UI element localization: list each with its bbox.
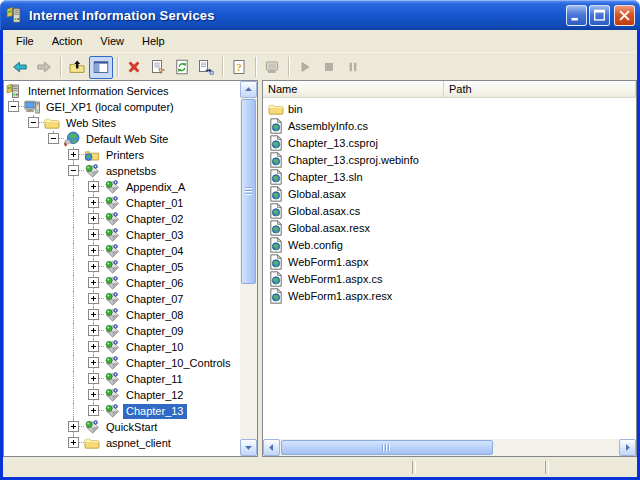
scroll-down-button[interactable]: [240, 439, 257, 456]
expand-icon[interactable]: [68, 149, 79, 160]
tree-indent: [48, 339, 68, 355]
tree-item-chapter-05[interactable]: Chapter_05: [4, 259, 240, 275]
expand-icon[interactable]: [88, 197, 99, 208]
tree-indent: [28, 323, 48, 339]
expand-icon[interactable]: [88, 325, 99, 336]
tree-item-quickstart[interactable]: QuickStart: [4, 419, 240, 435]
back-button[interactable]: [8, 56, 32, 79]
tree-item-default-web-site[interactable]: Default Web Site: [4, 131, 240, 147]
menu-action[interactable]: Action: [43, 31, 92, 51]
file-row-global-asax-resx[interactable]: Global.asax.resx: [263, 219, 636, 236]
export-list-button[interactable]: [194, 56, 218, 79]
tree-item-chapter-02[interactable]: Chapter_02: [4, 211, 240, 227]
file-row-chapter-13-csproj[interactable]: Chapter_13.csproj: [263, 134, 636, 151]
column-header-name[interactable]: Name: [263, 81, 444, 98]
refresh-button[interactable]: [170, 56, 194, 79]
app-window: Internet Information Services FileAction…: [0, 0, 640, 480]
play-icon: [297, 59, 313, 75]
file-row-chapter-13-sln[interactable]: Chapter_13.sln: [263, 168, 636, 185]
app-icon: [104, 243, 120, 259]
file-row-web-config[interactable]: Web.config: [263, 236, 636, 253]
tree-item-chapter-10[interactable]: Chapter_10: [4, 339, 240, 355]
tree-indent: [28, 387, 48, 403]
properties-button[interactable]: [146, 56, 170, 79]
expand-icon[interactable]: [88, 277, 99, 288]
tree-item-aspnetsbs[interactable]: aspnetsbs: [4, 163, 240, 179]
tree-indent: [8, 179, 28, 195]
expand-icon[interactable]: [68, 437, 79, 448]
tree-item-web-sites[interactable]: Web Sites: [4, 115, 240, 131]
horizontal-scrollbar-thumb[interactable]: [281, 440, 493, 455]
menu-file[interactable]: File: [7, 31, 43, 51]
collapse-icon[interactable]: [28, 117, 39, 128]
file-row-global-asax[interactable]: Global.asax: [263, 185, 636, 202]
tree-item-label: Chapter_10: [123, 340, 187, 355]
tree-item-chapter-11[interactable]: Chapter_11: [4, 371, 240, 387]
close-button[interactable]: [614, 5, 635, 26]
tree-indent: [8, 403, 28, 419]
expand-icon[interactable]: [88, 357, 99, 368]
tree-item-chapter-13[interactable]: Chapter_13: [4, 403, 240, 419]
file-list-pane: Name Path binAssemblyInfo.csChapter_13.c…: [262, 80, 637, 457]
maximize-button[interactable]: [589, 5, 610, 26]
expand-icon[interactable]: [88, 245, 99, 256]
tree-indent: [8, 131, 28, 147]
scroll-right-button[interactable]: [619, 439, 636, 456]
file-row-bin[interactable]: bin: [263, 100, 636, 117]
tree-item-chapter-04[interactable]: Chapter_04: [4, 243, 240, 259]
expand-icon[interactable]: [88, 229, 99, 240]
computer-button: [260, 56, 284, 79]
collapse-icon[interactable]: [48, 133, 59, 144]
menu-help[interactable]: Help: [133, 31, 174, 51]
file-row-chapter-13-csproj-webinfo[interactable]: Chapter_13.csproj.webinfo: [263, 151, 636, 168]
tree-item-chapter-09[interactable]: Chapter_09: [4, 323, 240, 339]
expand-icon[interactable]: [88, 261, 99, 272]
list-horizontal-scrollbar[interactable]: [263, 439, 636, 456]
iis-app-icon[interactable]: [6, 6, 24, 24]
delete-button[interactable]: [122, 56, 146, 79]
tree-item-chapter-08[interactable]: Chapter_08: [4, 307, 240, 323]
file-name-cell: Global.asax: [263, 186, 444, 202]
file-row-webform1-aspx[interactable]: WebForm1.aspx: [263, 253, 636, 270]
tree-item-chapter-12[interactable]: Chapter_12: [4, 387, 240, 403]
minimize-button[interactable]: [566, 5, 587, 26]
tree-item-chapter-10-controls[interactable]: Chapter_10_Controls: [4, 355, 240, 371]
file-row-webform1-aspx-cs[interactable]: WebForm1.aspx.cs: [263, 270, 636, 287]
tree-guide-line: [68, 275, 88, 291]
up-one-level-button[interactable]: [65, 56, 89, 79]
collapse-icon[interactable]: [68, 165, 79, 176]
tree-item-printers[interactable]: Printers: [4, 147, 240, 163]
tree-item-chapter-03[interactable]: Chapter_03: [4, 227, 240, 243]
file-row-assemblyinfo-cs[interactable]: AssemblyInfo.cs: [263, 117, 636, 134]
tree-item-chapter-07[interactable]: Chapter_07: [4, 291, 240, 307]
expand-icon[interactable]: [88, 309, 99, 320]
tree-item-gei-xp1-local-computer[interactable]: GEI_XP1 (local computer): [4, 99, 240, 115]
file-row-webform1-aspx-resx[interactable]: WebForm1.aspx.resx: [263, 287, 636, 304]
scroll-up-button[interactable]: [240, 81, 257, 98]
tree-item-internet-information-services[interactable]: Internet Information Services: [4, 83, 240, 99]
window-title: Internet Information Services: [29, 8, 215, 23]
help-button[interactable]: ?: [227, 56, 251, 79]
tree-vertical-scrollbar[interactable]: [240, 81, 257, 456]
collapse-icon[interactable]: [8, 101, 19, 112]
show-hide-console-tree-button[interactable]: [89, 56, 113, 79]
column-header-path[interactable]: Path: [444, 81, 636, 98]
expand-icon[interactable]: [88, 181, 99, 192]
scroll-left-button[interactable]: [263, 439, 280, 456]
tree-item-chapter-06[interactable]: Chapter_06: [4, 275, 240, 291]
expand-icon[interactable]: [88, 293, 99, 304]
expand-icon[interactable]: [88, 213, 99, 224]
expand-icon[interactable]: [88, 389, 99, 400]
expand-icon[interactable]: [88, 373, 99, 384]
menu-view[interactable]: View: [91, 31, 133, 51]
vertical-scrollbar-thumb[interactable]: [241, 99, 256, 284]
expand-icon[interactable]: [68, 421, 79, 432]
expand-icon[interactable]: [88, 405, 99, 416]
tree-item-appendix-a[interactable]: Appendix_A: [4, 179, 240, 195]
expand-icon[interactable]: [88, 341, 99, 352]
tree-connector: [68, 163, 84, 179]
file-row-global-asax-cs[interactable]: Global.asax.cs: [263, 202, 636, 219]
tree-indent: [8, 211, 28, 227]
tree-item-aspnet-client[interactable]: aspnet_client: [4, 435, 240, 451]
tree-item-chapter-01[interactable]: Chapter_01: [4, 195, 240, 211]
